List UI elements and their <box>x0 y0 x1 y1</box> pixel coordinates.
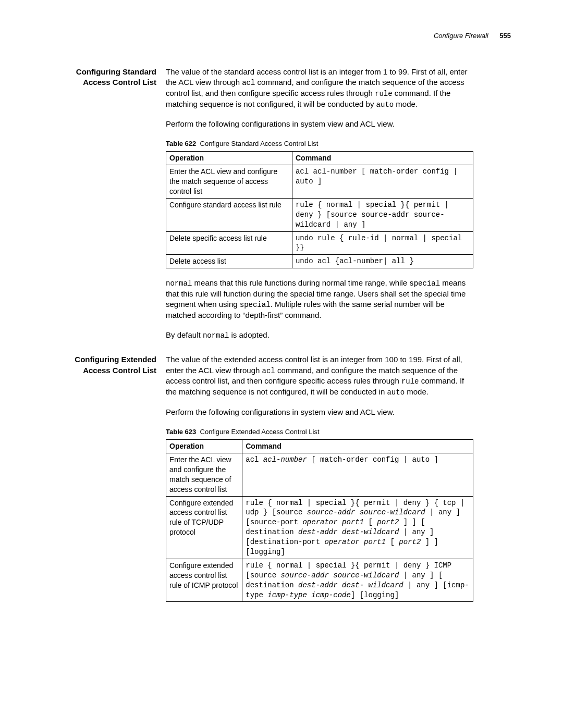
table-header-cell: Operation <box>166 152 292 165</box>
table-row: Delete specific access list ruleundo rul… <box>166 231 473 255</box>
table-row: Delete access listundo acl {acl-number| … <box>166 255 473 268</box>
section-heading: Configuring Standard Access Control List <box>57 67 166 88</box>
command-cell: acl acl-number [ match-order config | au… <box>292 165 473 199</box>
paragraph: normal means that this rule functions du… <box>166 278 473 320</box>
command-cell: acl acl-number [ match-order config | au… <box>242 453 473 496</box>
command-cell: rule { normal | special }{ permit | deny… <box>292 198 473 231</box>
table-header-cell: Operation <box>166 440 242 453</box>
operation-cell: Configure extended access control list r… <box>166 559 242 602</box>
header-page-number: 555 <box>499 32 511 40</box>
operation-cell: Delete access list <box>166 255 292 268</box>
table-caption: Table 622 Configure Standard Access Cont… <box>166 139 473 149</box>
paragraph: Perform the following configurations in … <box>166 119 473 129</box>
operation-cell: Delete specific access list rule <box>166 231 292 255</box>
command-cell: undo rule { rule-id | normal | special }… <box>292 231 473 255</box>
table-header-cell: Command <box>292 152 473 165</box>
table-row: Enter the ACL view and configure the mat… <box>166 453 473 496</box>
operation-cell: Configure standard access list rule <box>166 198 292 231</box>
command-cell: rule { normal | special }{ permit | deny… <box>242 559 473 602</box>
section-body: The value of the standard access control… <box>166 67 473 351</box>
operation-cell: Configure extended access control list r… <box>166 496 242 559</box>
config-table: OperationCommandEnter the ACL view and c… <box>166 439 473 602</box>
paragraph: The value of the extended access control… <box>166 354 473 398</box>
table-caption: Table 623 Configure Extended Access Cont… <box>166 427 473 437</box>
section-body: The value of the extended access control… <box>166 354 473 611</box>
operation-cell: Enter the ACL view and configure the mat… <box>166 165 292 199</box>
section: Configuring Standard Access Control List… <box>57 67 511 351</box>
table-row: Enter the ACL view and configure the mat… <box>166 165 473 199</box>
table-row: Configure extended access control list r… <box>166 496 473 559</box>
section-heading: Configuring Extended Access Control List <box>57 354 166 376</box>
page-header: Configure Firewall 555 <box>57 31 511 41</box>
header-title: Configure Firewall <box>434 32 488 40</box>
paragraph: Perform the following configurations in … <box>166 407 473 417</box>
paragraph: The value of the standard access control… <box>166 67 473 110</box>
table-row: Configure standard access list rulerule … <box>166 198 473 231</box>
table-header-cell: Command <box>242 440 473 453</box>
table-row: Configure extended access control list r… <box>166 559 473 602</box>
operation-cell: Enter the ACL view and configure the mat… <box>166 453 242 496</box>
config-table: OperationCommandEnter the ACL view and c… <box>166 151 473 268</box>
command-cell: rule { normal | special }{ permit | deny… <box>242 496 473 559</box>
section: Configuring Extended Access Control List… <box>57 354 511 611</box>
paragraph: By default normal is adopted. <box>166 330 473 341</box>
command-cell: undo acl {acl-number| all } <box>292 255 473 268</box>
